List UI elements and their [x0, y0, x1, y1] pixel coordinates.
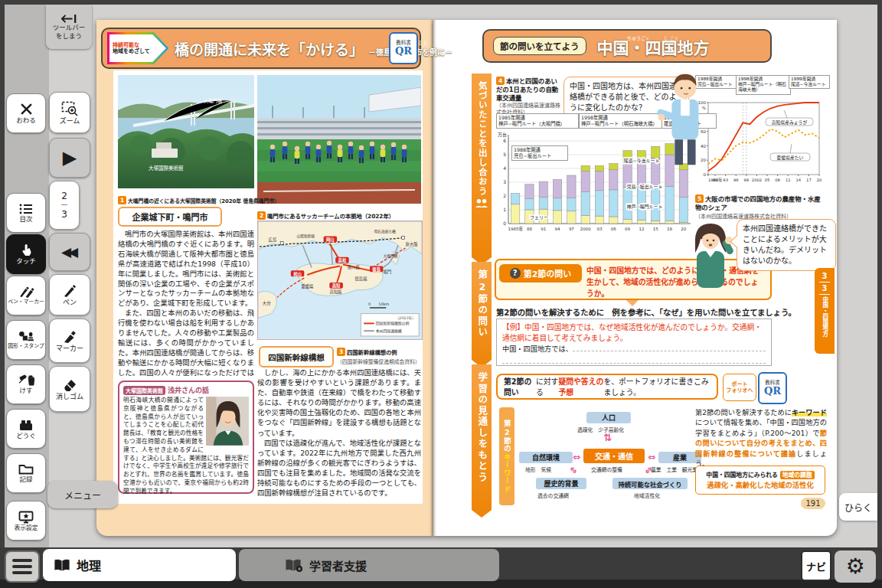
map-label-hiroshima: 広島 [269, 237, 277, 243]
table-of-contents-button[interactable]: 目次 [6, 193, 46, 233]
chapter-side-tab[interactable]: 3 3 中国・四国地方 [815, 268, 835, 354]
records-button[interactable]: 記録 [6, 453, 46, 493]
map-caption: 3四国新幹線構想の例 （四国新幹線整備促進期成会資料） [337, 343, 423, 365]
close-app-button[interactable]: おわる [6, 93, 46, 133]
open-button[interactable]: ひらく [839, 493, 877, 521]
folder-icon [18, 463, 34, 475]
display-settings-button[interactable]: 表示設定 [6, 501, 46, 541]
hamburger-icon [12, 559, 32, 562]
arrow-left: ⇔ [573, 452, 580, 462]
page-rewind-button[interactable]: ◀◀ [49, 233, 90, 271]
tab-kizuita-koto[interactable]: 気づいたことを出し合おう [472, 74, 492, 265]
svg-text:94: 94 [555, 227, 560, 231]
tools-button[interactable]: どうぐ [6, 409, 46, 449]
hamburger-menu-button[interactable] [5, 550, 40, 583]
svg-text:神戸−鳴門ルート: 神戸−鳴門ルート [626, 204, 662, 210]
navi-button[interactable]: ナビ [801, 550, 831, 581]
girl-character [688, 220, 733, 293]
map-label-tokushima-pref: 徳島県 [354, 276, 368, 282]
svg-text:06: 06 [611, 227, 616, 231]
answer-blank-line-2[interactable] [502, 354, 766, 364]
textbook-qr-badge-left[interactable]: 教科書 QR [389, 32, 418, 64]
book-plus-icon [285, 558, 303, 572]
pen-marker-button[interactable]: ペン・マーカー [6, 276, 46, 315]
portfolio-link-badge[interactable]: ポート フォリオへ [723, 374, 756, 401]
girl-speech-bubble: 本州四国連絡橋ができたことによるメリットが大きいんだね。デメリットはないのかな。 [737, 219, 836, 271]
example-answer-box[interactable]: 【例】中国・四国地方では、なぜ地域活性化が進んだのでしょうか。交通網・通信網に着… [496, 318, 772, 366]
list-icon [19, 204, 33, 214]
menu-button[interactable]: メニュー [47, 481, 118, 508]
right-page-title: 中国・四国地方 [597, 41, 710, 57]
svg-text:1: 1 [503, 207, 506, 212]
svg-text:12: 12 [639, 227, 644, 231]
map-legend: （2023年） 四国新幹線構想の例 本州四国連絡橋 [361, 314, 419, 336]
concept-sub-history: 過去の交通網 [537, 492, 569, 499]
marker-tool-button[interactable]: マーカー [49, 318, 90, 363]
map-label-ehime: 愛媛県 [301, 283, 314, 289]
photo-soccer-team [257, 75, 421, 204]
map-label-sanyo: 山陽新幹線 [297, 234, 315, 239]
concept-node-sustainability: 持続可能な社会づくり [612, 478, 688, 489]
settings-button[interactable]: ⚙ [835, 550, 876, 583]
svg-text:0: 0 [503, 220, 506, 226]
keyword-side-label: 第2節のキーワード [499, 407, 514, 505]
concept-sub-sustainability: 地域活性化 [634, 492, 660, 499]
page-forward-button[interactable]: ▶ [49, 138, 90, 178]
collapse-toolbar-button[interactable]: ツールバー をしまう [46, 5, 92, 49]
tab-learner-support[interactable]: 学習者支援 [239, 549, 499, 581]
photo1-museum-label: 大塚国際美術館 [149, 165, 184, 172]
tab-dai2setsu-toi[interactable]: 第2節の問い [472, 262, 492, 368]
svg-text:2: 2 [503, 193, 506, 198]
map-label-matsuyama: 松山 [293, 271, 302, 277]
pen-icon [63, 284, 77, 298]
map-label-kochi: 高知 [332, 283, 341, 289]
asai-portrait-photo [206, 397, 249, 446]
svg-text:97: 97 [569, 227, 574, 231]
map-scale-zero: 0 [368, 302, 371, 306]
svg-text:09: 09 [625, 227, 630, 231]
svg-text:万台: 万台 [498, 132, 507, 138]
shapes-stamp-button[interactable]: 図形・スタンプ [6, 320, 46, 360]
touch-mode-button[interactable]: タッチ [6, 234, 46, 274]
arrow-badge-line1: 持続可能な [113, 42, 166, 48]
tab-gakushu-mitoushi[interactable]: 学習の見通しをもとう [472, 364, 492, 518]
map-label-oita: 大分 [263, 300, 271, 306]
gear-icon: ⚙ [845, 556, 864, 577]
svg-text:17: 17 [806, 178, 812, 182]
pen-tool-button[interactable]: ペン [49, 274, 90, 315]
photo2-caption: 2鳴門市にあるサッカーチームの本拠地（2022年） [257, 207, 394, 221]
concept-node-population: 人口 [586, 412, 631, 423]
zoom-button[interactable]: ズーム [49, 92, 90, 133]
left-page-title: 橋の開通に未来を「かける」 [175, 38, 364, 59]
map-label-naruto: 鳴門 [383, 269, 391, 275]
eraser-tool-button[interactable]: 消しゴム [49, 366, 90, 412]
tab-geography[interactable]: 地理 [43, 549, 236, 581]
svg-text:4: 4 [503, 165, 506, 171]
asai-museum-badge: 大塚国際美術館 [123, 386, 165, 395]
svg-text:20: 20 [817, 178, 822, 182]
svg-text:91: 91 [541, 227, 546, 231]
asai-title: 浅井さんの話 [168, 385, 209, 395]
svg-text:14: 14 [796, 178, 802, 182]
svg-text:2002: 2002 [752, 178, 762, 182]
svg-text:18: 18 [667, 227, 672, 231]
annotation-1988-bar: 1988年開通児島−坂出ルート [511, 145, 568, 161]
line-chart-market-share: 020406080100%1988年9093969920020508111417… [695, 93, 824, 191]
erase-button[interactable]: けす [6, 364, 46, 404]
concept-node-nature: 自然環境 [519, 452, 573, 463]
svg-text:90: 90 [713, 178, 718, 182]
svg-text:6: 6 [503, 138, 506, 143]
concept-sub-industry: 農業 工業 観光業 [651, 466, 697, 473]
rewind-icon: ◀◀ [61, 246, 75, 259]
page-indicator[interactable]: 2 — 3 [49, 181, 80, 230]
svg-text:2000: 2000 [580, 227, 591, 231]
svg-text:08: 08 [775, 178, 780, 182]
summary-paragraph: 第2節の問いを解決するためにキーワードについて情報を集め、「中国・四国地方の学習… [695, 407, 827, 469]
marker-icon [63, 330, 77, 344]
page-spine [430, 20, 436, 536]
boy-character [657, 70, 710, 168]
answer-blank-line[interactable] [573, 343, 766, 351]
textbook-qr-badge-right[interactable]: 教科書 QR [758, 372, 787, 404]
svg-text:フェリー: フェリー [530, 214, 548, 220]
section-heading-kigyou-joukamachi: 企業城下町・鳴門市 [118, 207, 222, 227]
